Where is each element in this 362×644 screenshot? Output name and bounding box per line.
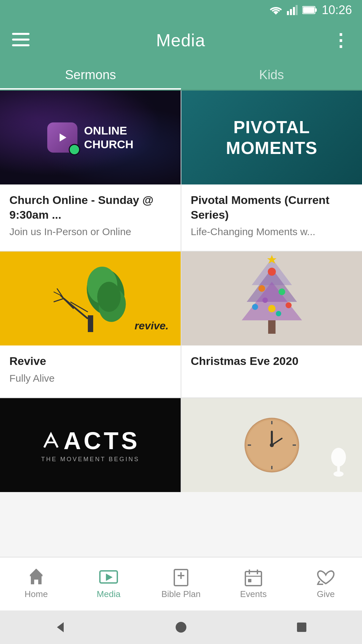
- svg-point-31: [262, 298, 268, 303]
- tree-svg: [50, 258, 131, 339]
- acts-text: ACTS THE MOVEMENT BEGINS: [41, 427, 140, 463]
- revive-caption: revive.: [135, 320, 169, 332]
- svg-rect-11: [88, 315, 93, 332]
- sermon-row-1: ONLINE CHURCH Church Online - Sunday @ 9…: [0, 91, 362, 251]
- svg-marker-48: [29, 570, 43, 584]
- signal-icon: [287, 5, 298, 15]
- nav-label-events: Events: [240, 589, 267, 599]
- thumbnail-pivotal: PIVOTAL MOMENTS: [181, 91, 362, 184]
- nav-label-media: Media: [97, 589, 121, 599]
- svg-point-29: [286, 302, 292, 308]
- svg-point-47: [331, 448, 346, 467]
- christmas-container: [181, 252, 362, 345]
- sermon-subtitle-online-church: Join us In-Person or Online: [9, 225, 171, 239]
- battery-icon: [302, 6, 317, 14]
- thumbnail-acts: ACTS THE MOVEMENT BEGINS: [0, 398, 181, 492]
- sermon-subtitle-revive: Fully Alive: [9, 371, 171, 385]
- sermon-title-pivotal: Pivotal Moments (Current Series): [191, 193, 353, 222]
- status-icons: 10:26: [269, 3, 352, 17]
- sermon-card-online-church[interactable]: ONLINE CHURCH Church Online - Sunday @ 9…: [0, 91, 181, 251]
- svg-rect-55: [245, 572, 261, 586]
- thumbnail-clock: [181, 398, 362, 492]
- back-button[interactable]: [50, 617, 70, 637]
- svg-point-21: [97, 282, 121, 312]
- svg-marker-60: [57, 622, 64, 632]
- page-title: Media: [156, 30, 205, 50]
- hamburger-icon[interactable]: [12, 33, 29, 48]
- svg-point-61: [176, 622, 186, 633]
- home-icon: [27, 569, 45, 586]
- svg-rect-9: [12, 44, 29, 46]
- sermon-card-pivotal[interactable]: PIVOTAL MOMENTS Pivotal Moments (Current…: [181, 91, 362, 251]
- sermon-row-3: ACTS THE MOVEMENT BEGINS: [0, 398, 362, 492]
- online-church-inner: ONLINE CHURCH: [47, 122, 133, 153]
- content-area: ONLINE CHURCH Church Online - Sunday @ 9…: [0, 91, 362, 579]
- online-church-text: ONLINE CHURCH: [84, 124, 133, 151]
- christmas-tree-svg: [235, 255, 309, 342]
- svg-point-30: [268, 305, 276, 312]
- clock-svg: [242, 415, 302, 475]
- sermon-card-acts[interactable]: ACTS THE MOVEMENT BEGINS: [0, 398, 181, 492]
- media-icon: [99, 569, 118, 586]
- system-nav: [0, 610, 362, 644]
- svg-rect-5: [315, 8, 317, 12]
- home-button[interactable]: [171, 617, 191, 637]
- sermon-subtitle-pivotal: Life-Changing Moments w...: [191, 225, 353, 239]
- svg-rect-6: [303, 7, 314, 13]
- svg-marker-51: [106, 574, 113, 581]
- sermon-card-revive[interactable]: revive. Revive Fully Alive: [0, 252, 181, 397]
- sermon-title-christmas: Christmas Eve 2020: [191, 354, 353, 368]
- sermon-card-clock[interactable]: [181, 398, 362, 492]
- give-icon: [316, 569, 335, 586]
- tab-sermons[interactable]: Sermons: [0, 60, 181, 90]
- svg-point-25: [268, 268, 276, 276]
- sermon-info-christmas: Christmas Eve 2020: [181, 345, 362, 383]
- sermon-title-online-church: Church Online - Sunday @ 9:30am ...: [9, 193, 171, 222]
- play-icon-box: [47, 122, 77, 153]
- svg-point-26: [258, 285, 265, 292]
- nav-label-home: Home: [24, 589, 48, 599]
- nav-item-events[interactable]: Events: [217, 557, 290, 610]
- tabs-bar: Sermons Kids: [0, 60, 362, 91]
- sermon-grid: ONLINE CHURCH Church Online - Sunday @ 9…: [0, 91, 362, 492]
- nav-item-media[interactable]: Media: [72, 557, 145, 610]
- nav-label-give: Give: [317, 589, 335, 599]
- sermon-row-2: revive. Revive Fully Alive: [0, 252, 362, 397]
- acts-subtitle: THE MOVEMENT BEGINS: [41, 456, 140, 463]
- status-bar: 10:26: [0, 0, 362, 20]
- svg-rect-0: [287, 11, 289, 15]
- nav-label-bible-plan: Bible Plan: [161, 589, 200, 599]
- svg-point-44: [270, 443, 274, 447]
- play-icon: [56, 131, 69, 144]
- svg-line-14: [54, 299, 64, 302]
- acts-title: ACTS: [41, 427, 140, 454]
- svg-rect-59: [248, 579, 251, 582]
- sermon-card-christmas[interactable]: Christmas Eve 2020: [181, 252, 362, 397]
- svg-rect-7: [12, 33, 29, 35]
- svg-rect-2: [293, 7, 295, 15]
- wifi-icon: [269, 5, 282, 15]
- nav-item-bible-plan[interactable]: Bible Plan: [145, 557, 217, 610]
- more-options-icon[interactable]: ⋮: [332, 32, 350, 49]
- nav-item-home[interactable]: Home: [0, 557, 72, 610]
- thumbnail-online-church: ONLINE CHURCH: [0, 91, 181, 184]
- sermon-info-pivotal: Pivotal Moments (Current Series) Life-Ch…: [181, 184, 362, 251]
- recents-button[interactable]: [292, 617, 312, 637]
- tab-kids[interactable]: Kids: [181, 60, 362, 90]
- svg-rect-8: [12, 39, 29, 41]
- svg-line-15: [60, 295, 74, 309]
- svg-point-27: [279, 288, 285, 295]
- status-time: 10:26: [322, 3, 352, 17]
- app-header: Media ⋮: [0, 20, 362, 60]
- nav-item-give[interactable]: Give: [290, 557, 362, 610]
- svg-rect-1: [290, 9, 292, 15]
- sermon-info-online-church: Church Online - Sunday @ 9:30am ... Join…: [0, 184, 181, 251]
- pivotal-text: PIVOTAL MOMENTS: [226, 117, 317, 159]
- svg-point-28: [252, 304, 258, 310]
- svg-point-32: [276, 311, 281, 316]
- svg-rect-3: [296, 5, 298, 15]
- acts-logo-icon: [41, 431, 61, 451]
- bottom-nav: Home Media Bible Plan Events: [0, 557, 362, 610]
- svg-rect-33: [268, 320, 276, 334]
- svg-rect-62: [297, 623, 306, 632]
